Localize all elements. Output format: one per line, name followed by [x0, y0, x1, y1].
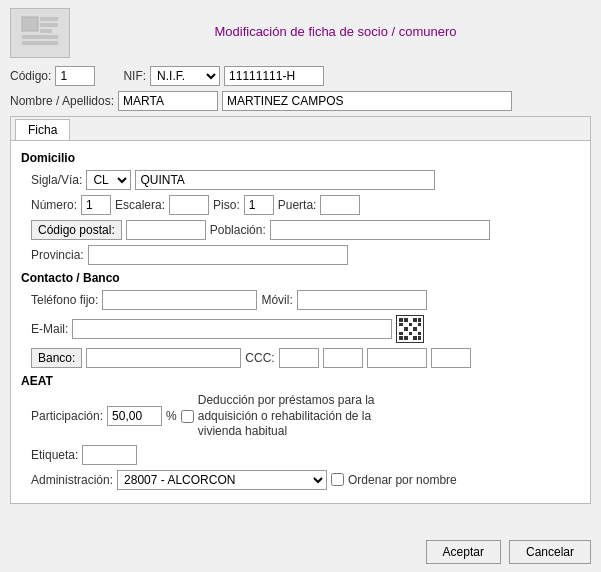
sigla-select[interactable]: CL AV PZ: [86, 170, 131, 190]
sigla-label: Sigla/Vía:: [31, 173, 82, 187]
email-row: E-Mail:: [31, 315, 580, 343]
cp-button[interactable]: Código postal:: [31, 220, 122, 240]
aeat-section: Participación: % Deducción por préstamos…: [21, 393, 580, 490]
puerta-label: Puerta:: [278, 198, 317, 212]
svg-rect-5: [22, 41, 58, 45]
dialog-body: Código: NIF: N.I.F. C.I.F. NIE Nombre / …: [0, 62, 601, 534]
dialog: Modificación de ficha de socio / comuner…: [0, 0, 601, 572]
ccc4-input[interactable]: [431, 348, 471, 368]
ordenar-row: Ordenar por nombre: [331, 473, 457, 487]
movil-label: Móvil:: [261, 293, 292, 307]
dialog-title: Modificación de ficha de socio / comuner…: [80, 8, 591, 39]
header-icon: [10, 8, 70, 58]
escalera-input[interactable]: [169, 195, 209, 215]
svg-rect-2: [40, 23, 58, 27]
svg-rect-3: [40, 29, 52, 33]
nombre-row: Nombre / Apellidos:: [10, 91, 591, 111]
administracion-label: Administración:: [31, 473, 113, 487]
tab-content: Domicilio Sigla/Vía: CL AV PZ N: [11, 141, 590, 503]
etiqueta-row: Etiqueta:: [31, 445, 580, 465]
domicilio-section: Sigla/Vía: CL AV PZ Número: Escalera:: [21, 170, 580, 265]
participacion-label: Participación:: [31, 409, 103, 423]
domicilio-title: Domicilio: [21, 151, 580, 165]
codigo-label: Código:: [10, 69, 51, 83]
provincia-label: Provincia:: [31, 248, 84, 262]
via-input[interactable]: [135, 170, 435, 190]
administracion-row: Administración: 28007 - ALCORCON Ordenar…: [31, 470, 580, 490]
deduccion-checkbox[interactable]: [181, 410, 194, 423]
numero-input[interactable]: [81, 195, 111, 215]
ccc2-input[interactable]: [323, 348, 363, 368]
aceptar-button[interactable]: Aceptar: [426, 540, 501, 564]
provincia-row: Provincia:: [31, 245, 580, 265]
email-label: E-Mail:: [31, 322, 68, 336]
deduccion-label: Deducción por préstamos para la adquisic…: [198, 393, 415, 440]
escalera-label: Escalera:: [115, 198, 165, 212]
numero-row: Número: Escalera: Piso: Puerta:: [31, 195, 580, 215]
ordenar-checkbox[interactable]: [331, 473, 344, 486]
participacion-input[interactable]: [107, 406, 162, 426]
tab-container: Ficha Domicilio Sigla/Vía: CL AV PZ: [10, 116, 591, 504]
deduccion-row: Deducción por préstamos para la adquisic…: [181, 393, 398, 440]
telefono-input[interactable]: [102, 290, 257, 310]
banco-input[interactable]: [86, 348, 241, 368]
piso-label: Piso:: [213, 198, 240, 212]
banco-row: Banco: CCC:: [31, 348, 580, 368]
tab-ficha[interactable]: Ficha: [15, 119, 70, 140]
svg-rect-4: [22, 35, 58, 39]
ordenar-label: Ordenar por nombre: [348, 473, 457, 487]
contacto-section: Teléfono fijo: Móvil: E-Mail:: [21, 290, 580, 368]
puerta-input[interactable]: [320, 195, 360, 215]
tab-header: Ficha: [11, 117, 590, 141]
aeat-title: AEAT: [21, 374, 580, 388]
email-input[interactable]: [72, 319, 392, 339]
svg-rect-0: [22, 17, 38, 31]
movil-input[interactable]: [297, 290, 427, 310]
participacion-row: Participación: % Deducción por préstamos…: [31, 393, 580, 440]
etiqueta-input[interactable]: [82, 445, 137, 465]
apellidos-input[interactable]: [222, 91, 512, 111]
numero-label: Número:: [31, 198, 77, 212]
codigo-input[interactable]: [55, 66, 95, 86]
ccc1-input[interactable]: [279, 348, 319, 368]
telefono-label: Teléfono fijo:: [31, 293, 98, 307]
participacion-pct: %: [166, 409, 177, 423]
dialog-header: Modificación de ficha de socio / comuner…: [0, 0, 601, 62]
cancelar-button[interactable]: Cancelar: [509, 540, 591, 564]
cp-input[interactable]: [126, 220, 206, 240]
poblacion-input[interactable]: [270, 220, 490, 240]
qr-icon: [396, 315, 424, 343]
nif-value-input[interactable]: [224, 66, 324, 86]
svg-rect-1: [40, 17, 58, 21]
nif-type-select[interactable]: N.I.F. C.I.F. NIE: [150, 66, 220, 86]
provincia-input[interactable]: [88, 245, 348, 265]
telefono-row: Teléfono fijo: Móvil:: [31, 290, 580, 310]
contacto-title: Contacto / Banco: [21, 271, 580, 285]
nombre-input[interactable]: [118, 91, 218, 111]
nombre-label: Nombre / Apellidos:: [10, 94, 114, 108]
ccc-label: CCC:: [245, 351, 274, 365]
etiqueta-label: Etiqueta:: [31, 448, 78, 462]
dialog-footer: Aceptar Cancelar: [0, 534, 601, 572]
banco-button[interactable]: Banco:: [31, 348, 82, 368]
piso-input[interactable]: [244, 195, 274, 215]
cp-row: Código postal: Población:: [31, 220, 580, 240]
ccc3-input[interactable]: [367, 348, 427, 368]
administracion-select[interactable]: 28007 - ALCORCON: [117, 470, 327, 490]
poblacion-label: Población:: [210, 223, 266, 237]
nif-label: NIF:: [123, 69, 146, 83]
codigo-row: Código: NIF: N.I.F. C.I.F. NIE: [10, 66, 591, 86]
sigla-row: Sigla/Vía: CL AV PZ: [31, 170, 580, 190]
